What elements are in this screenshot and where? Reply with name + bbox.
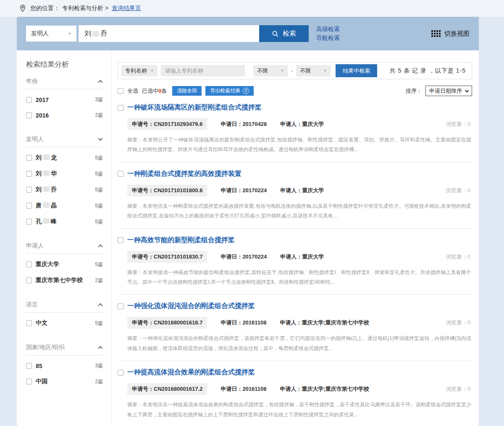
views-count: 浏览量：0 bbox=[446, 253, 472, 261]
sort-select[interactable]: 申请日期降序 bbox=[425, 86, 472, 96]
result-item: 一种破坏流场隔离区的新型刚柔组合式搅拌桨 申请号：CN201710293479.… bbox=[118, 96, 472, 162]
filter-section-header[interactable]: 国家/地区/组织 bbox=[26, 344, 103, 355]
filter-section-header[interactable]: 年份 bbox=[26, 78, 103, 89]
result-checkbox[interactable] bbox=[118, 370, 123, 376]
grid-icon bbox=[431, 30, 441, 37]
range-dash: - bbox=[291, 68, 293, 74]
result-item: 一种强化流体混沌混合的刚柔组合式搅拌桨 申请号：CN201680001618.7… bbox=[118, 295, 472, 361]
filter-section-title: 语言 bbox=[26, 301, 38, 308]
app-number-chip: 申请号：CN201710101800.6 bbox=[127, 185, 207, 196]
filter-checkbox[interactable] bbox=[26, 171, 32, 177]
collapse-chevron-icon bbox=[98, 346, 102, 350]
query-suffix: 乔 bbox=[100, 29, 107, 38]
filter-label: 刘华 bbox=[36, 170, 57, 178]
filter-section-title: 发明人 bbox=[26, 136, 44, 143]
filter-section-header[interactable]: 发明人 bbox=[26, 136, 103, 147]
redacted-text bbox=[43, 186, 50, 192]
filter-count: 5篇 bbox=[95, 154, 103, 162]
app-date: 申请日：20161108 bbox=[220, 319, 266, 327]
filter-label: 刘乔 bbox=[36, 186, 57, 193]
views-count: 浏览量：0 bbox=[446, 319, 472, 327]
filter-label: 重庆市第七中学校 bbox=[36, 277, 83, 284]
chevron-down-icon bbox=[465, 88, 469, 92]
result-title-link[interactable]: 一种高效节能的新型刚柔组合搅拌桨 bbox=[127, 236, 235, 245]
filter-checkbox[interactable] bbox=[26, 219, 32, 225]
result-title-link[interactable]: 一种刚柔组合式搅拌桨的高效搅拌装置 bbox=[127, 170, 242, 178]
clear-all-button[interactable]: 清除全部 bbox=[172, 86, 202, 96]
patent-name-input[interactable]: 请输入专利名称 bbox=[161, 65, 245, 76]
advanced-search-link[interactable]: 高级检索 bbox=[316, 26, 340, 33]
filter-item: 中文 5篇 bbox=[26, 315, 103, 331]
app-date: 申请日：20161108 bbox=[220, 385, 266, 393]
applicant: 申请人：重庆大学 bbox=[280, 187, 324, 194]
collapse-chevron-icon bbox=[98, 80, 102, 84]
switch-view-button[interactable]: 切换视图 bbox=[431, 30, 470, 38]
app-date: 申请日：20170224 bbox=[220, 253, 267, 261]
filter-checkbox[interactable] bbox=[26, 97, 32, 103]
filter-section-header[interactable]: 申请人 bbox=[26, 242, 103, 254]
search-button[interactable]: 检索 bbox=[259, 25, 309, 42]
patent-name-select[interactable]: 专利名称 ▼ bbox=[121, 65, 158, 76]
views-count: 浏览量：0 bbox=[446, 385, 472, 393]
redacted-text bbox=[92, 31, 99, 37]
redacted-text bbox=[43, 154, 50, 160]
result-checkbox[interactable] bbox=[118, 171, 123, 177]
filter-checkbox[interactable] bbox=[26, 203, 32, 209]
filter-checkbox[interactable] bbox=[26, 363, 32, 369]
filter-checkbox[interactable] bbox=[26, 112, 32, 118]
chevron-down-icon: ▼ bbox=[323, 69, 327, 73]
views-count: 浏览量：0 bbox=[446, 120, 472, 128]
result-title-link[interactable]: 一种强化流体混沌混合的刚柔组合式搅拌桨 bbox=[127, 302, 255, 311]
filter-item: 重庆大学 5篇 bbox=[26, 256, 103, 272]
result-checkbox[interactable] bbox=[118, 105, 123, 111]
result-item: 一种刚柔组合式搅拌桨的高效搅拌装置 申请号：CN201710101800.6 申… bbox=[118, 162, 472, 229]
sort-value: 申请日期降序 bbox=[429, 87, 462, 95]
filter-item: 刘龙 5篇 bbox=[26, 150, 103, 166]
filter-label: 孔峰 bbox=[36, 218, 57, 225]
filter-section: 年份 2017 3篇 2016 2篇 bbox=[26, 78, 103, 123]
select-all-checkbox[interactable] bbox=[118, 88, 123, 94]
record-count: 共 5 条 记 录 ，以下是 1-5 bbox=[390, 67, 468, 75]
filter-checkbox[interactable] bbox=[26, 155, 32, 161]
filter-label: 重庆大学 bbox=[36, 261, 59, 268]
filter-section-title: 年份 bbox=[26, 78, 38, 85]
result-checkbox[interactable] bbox=[118, 237, 123, 243]
result-title-link[interactable]: 一种提高流体混合效果的刚柔组合式搅拌桨 bbox=[127, 368, 255, 377]
filter-label: 中文 bbox=[36, 319, 47, 327]
result-item: 一种高效节能的新型刚柔组合搅拌桨 申请号：CN201710101830.7 申请… bbox=[118, 229, 472, 295]
breadcrumb-label: 您的位置： bbox=[30, 5, 60, 12]
result-abstract: 摘要：本发明涉及一种提高流体混合效果的刚柔组合式搅拌桨，包括搅拌轴，若干刚性搅拌… bbox=[127, 400, 471, 420]
sidebar-title: 检索结果分析 bbox=[26, 60, 103, 69]
filter-count: 3篇 bbox=[95, 362, 103, 369]
result-checkbox[interactable] bbox=[118, 303, 123, 309]
filter-checkbox[interactable] bbox=[26, 261, 32, 267]
search-in-results-button[interactable]: 结果中检索 bbox=[336, 64, 377, 77]
result-abstract: 摘要：一种强化流体混沌混合的刚柔组合式搅拌桨，该搅拌桨有若干层，它们均固定在同一… bbox=[127, 334, 471, 353]
result-title-link[interactable]: 一种破坏流场隔离区的新型刚柔组合式搅拌桨 bbox=[127, 103, 262, 112]
breadcrumb-current-link[interactable]: 查询结果页 bbox=[112, 5, 141, 12]
filter-count: 5篇 bbox=[95, 218, 103, 225]
views-count: 浏览量：0 bbox=[446, 187, 472, 194]
search-input[interactable]: 刘 乔 bbox=[79, 25, 259, 42]
selected-count-text: 已选中0条 bbox=[142, 87, 167, 95]
app-number-chip: 申请号：CN201680001617.2 bbox=[127, 383, 207, 395]
filter-checkbox[interactable] bbox=[26, 379, 32, 384]
result-abstract: 摘要：本发明涉及一种刚柔组合式搅拌桨的高效搅拌装置,包括与电机连接的搅拌轴,以及… bbox=[127, 201, 471, 221]
range-to-select[interactable]: 不限 ▼ bbox=[296, 65, 331, 76]
range-from-select[interactable]: 不限 ▼ bbox=[253, 65, 288, 76]
applicant: 申请人：重庆大学 bbox=[280, 253, 324, 261]
search-field-select[interactable]: 发明人 ▼ bbox=[26, 26, 76, 42]
app-number-chip: 申请号：CN201710293479.6 bbox=[127, 118, 207, 130]
filter-checkbox[interactable] bbox=[26, 187, 32, 193]
chevron-down-icon: ▼ bbox=[281, 69, 284, 73]
filter-section-header[interactable]: 语言 bbox=[26, 301, 103, 313]
filter-count: 5篇 bbox=[95, 186, 103, 193]
redacted-text bbox=[43, 218, 50, 224]
filter-checkbox[interactable] bbox=[26, 277, 32, 283]
filter-count: 5篇 bbox=[95, 202, 103, 209]
filter-checkbox[interactable] bbox=[26, 320, 32, 326]
filter-item: 唐晶 5篇 bbox=[26, 198, 103, 214]
export-results-button[interactable]: 导出检索结果 0 bbox=[205, 86, 254, 96]
filter-label: 中国 bbox=[36, 378, 47, 385]
navigation-search-link[interactable]: 导航检索 bbox=[316, 34, 340, 42]
